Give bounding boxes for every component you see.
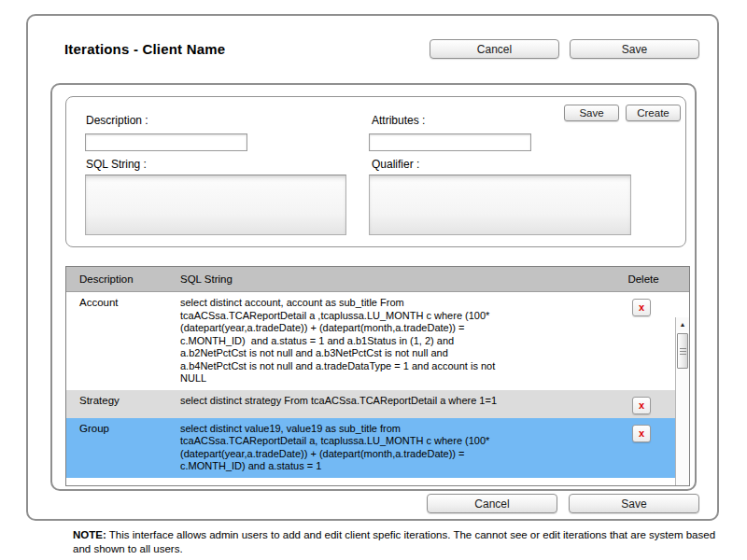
row-description: Group — [66, 418, 180, 478]
iterations-dialog: Iterations - Client Name Cancel Save Des… — [26, 14, 719, 521]
qualifier-textarea[interactable] — [369, 175, 631, 235]
qualifier-label: Qualifier : — [372, 158, 419, 171]
row-description: Strategy — [66, 390, 180, 418]
delete-row-button[interactable]: x — [632, 425, 651, 442]
note-label: NOTE: — [73, 529, 106, 540]
description-input[interactable] — [85, 133, 247, 151]
page-title: Iterations - Client Name — [64, 41, 225, 57]
row-delete-cell: x — [608, 292, 675, 390]
bottom-save-button[interactable]: Save — [569, 494, 699, 513]
delete-row-button[interactable]: x — [632, 299, 651, 316]
scrollbar-thumb[interactable] — [677, 333, 688, 369]
row-description: Account — [66, 292, 180, 390]
row-delete-cell: x — [608, 390, 675, 418]
scrollbar-track[interactable] — [676, 330, 689, 486]
table-rows: Accountselect distinct account, account … — [66, 292, 689, 478]
table-row-strategy[interactable]: Strategyselect distinct strategy From tc… — [66, 390, 675, 418]
table-body: Accountselect distinct account, account … — [66, 292, 689, 486]
attributes-input[interactable] — [369, 133, 531, 151]
table-row-group[interactable]: Groupselect distinct value19, value19 as… — [66, 418, 675, 478]
vertical-scrollbar[interactable]: ▲ ▼ — [675, 317, 689, 486]
scrollbar-grip-icon — [680, 348, 686, 356]
header-description: Description — [66, 273, 180, 285]
row-sql-string: select distinct value19, value19 as sub_… — [180, 418, 608, 478]
sql-string-label: SQL String : — [86, 158, 147, 171]
attributes-label: Attributes : — [372, 114, 425, 127]
row-sql-string: select distinct account, account as sub_… — [180, 292, 608, 390]
row-delete-cell: x — [608, 418, 675, 478]
bottom-cancel-button[interactable]: Cancel — [427, 494, 557, 513]
delete-row-button[interactable]: x — [632, 397, 651, 414]
content-panel: Description : Attributes : Save Create S… — [50, 83, 697, 491]
top-cancel-button[interactable]: Cancel — [430, 39, 559, 59]
admin-note: NOTE: This interface allows admin users … — [73, 528, 717, 556]
scroll-up-icon[interactable]: ▲ — [676, 317, 689, 330]
header-delete: Delete — [610, 273, 677, 285]
top-save-button[interactable]: Save — [570, 39, 699, 59]
table-header-row: Description SQL String Delete — [66, 267, 689, 292]
iteration-form: Description : Attributes : Save Create S… — [65, 96, 686, 247]
form-create-button[interactable]: Create — [626, 105, 681, 121]
table-row-account[interactable]: Accountselect distinct account, account … — [66, 292, 675, 390]
row-sql-string: select distinct strategy From tcaACSsa.T… — [180, 390, 608, 418]
header-sql-string: SQL String — [180, 273, 610, 285]
form-save-button[interactable]: Save — [564, 105, 619, 121]
note-text: This interface allows admin users to add… — [73, 529, 715, 554]
description-label: Description : — [86, 114, 148, 127]
sql-string-textarea[interactable] — [85, 175, 346, 235]
iterations-table: Description SQL String Delete Accountsel… — [65, 266, 690, 486]
